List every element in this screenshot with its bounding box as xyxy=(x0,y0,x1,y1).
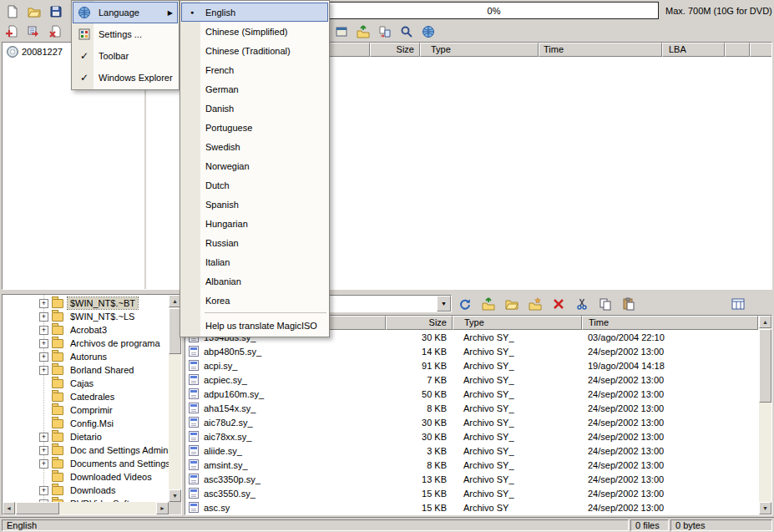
tree-horizontal-scrollbar[interactable]: ◄ ► xyxy=(3,502,169,514)
tree-item[interactable]: + Archivos de programa xyxy=(3,337,169,350)
tree-item[interactable]: Catedrales xyxy=(3,390,169,403)
file-row[interactable]: aic78xx.sy_ 30 KB Archivo SY_ 24/sep/200… xyxy=(185,429,758,443)
extract-to-icon xyxy=(357,25,370,38)
copy-button[interactable] xyxy=(596,295,615,312)
paste-button[interactable] xyxy=(620,295,638,312)
globe-button[interactable] xyxy=(418,23,438,41)
tree-item[interactable]: Comprimir xyxy=(3,403,169,417)
file-row[interactable]: acpiec.sy_ 7 KB Archivo SY_ 24/sep/2002 … xyxy=(185,372,758,387)
scroll-up-button[interactable]: ▲ xyxy=(759,316,771,328)
language-option[interactable]: Portuguese xyxy=(181,118,328,137)
language-option[interactable]: Russian xyxy=(181,233,328,252)
expand-toggle[interactable]: + xyxy=(39,433,48,442)
delete-button[interactable] xyxy=(549,295,568,312)
delete-files-button[interactable] xyxy=(45,23,65,41)
address-dropdown-button[interactable]: ▼ xyxy=(437,296,451,312)
expand-toggle[interactable]: + xyxy=(39,446,48,455)
up-folder-button[interactable] xyxy=(479,295,498,312)
menu-item-settings[interactable]: Settings ... xyxy=(73,23,178,45)
column-header-lba[interactable]: LBA xyxy=(662,43,725,57)
views-button[interactable] xyxy=(729,295,747,312)
language-option[interactable]: Danish xyxy=(181,99,328,118)
help-translate-item[interactable]: Help us translate MagicISO xyxy=(181,316,328,335)
menu-item-windows-explorer[interactable]: ✓ Windows Explorer xyxy=(73,67,178,89)
expand-toggle[interactable]: + xyxy=(39,339,48,348)
column-header-type[interactable]: Type xyxy=(453,316,582,330)
column-header-size[interactable]: Size xyxy=(386,316,453,330)
language-option[interactable]: Dutch xyxy=(181,175,328,195)
file-row[interactable]: asc3350p.sy_ 13 KB Archivo SY_ 24/sep/20… xyxy=(185,472,758,486)
scroll-right-button[interactable]: ► xyxy=(156,502,169,514)
expand-toggle[interactable]: + xyxy=(39,326,48,335)
tree-item[interactable]: + Autoruns xyxy=(3,350,169,363)
expand-toggle[interactable]: + xyxy=(39,352,48,362)
tree-item[interactable]: + Documents and Settings xyxy=(3,457,169,470)
scroll-down-button[interactable]: ▼ xyxy=(759,502,771,514)
tree-item[interactable]: + $WIN_NT$.~LS xyxy=(3,310,169,323)
file-row[interactable]: acpi.sy_ 91 KB Archivo SY_ 19/ago/2004 1… xyxy=(185,358,758,372)
tree-item[interactable]: Downloaded Videos xyxy=(3,470,169,484)
file-row[interactable]: aliide.sy_ 3 KB Archivo SY_ 24/sep/2002 … xyxy=(185,443,758,458)
language-option[interactable]: Hungarian xyxy=(181,214,328,233)
system-file-icon xyxy=(189,502,199,513)
language-option[interactable]: Chinese (Simplified) xyxy=(181,22,328,41)
scrollbar-thumb[interactable] xyxy=(759,329,771,403)
language-option[interactable]: French xyxy=(181,60,328,79)
file-row[interactable]: asc3550.sy_ 15 KB Archivo SY_ 24/sep/200… xyxy=(185,486,758,500)
search-button[interactable] xyxy=(397,23,417,41)
convert-button[interactable] xyxy=(375,23,395,41)
file-row[interactable]: abp480n5.sy_ 14 KB Archivo SY_ 24/sep/20… xyxy=(185,344,758,358)
tree-item[interactable]: + Borland Shared xyxy=(3,363,169,377)
file-row[interactable]: aha154x.sy_ 8 KB Archivo SY_ 24/sep/2002… xyxy=(185,401,758,415)
tree-item[interactable]: + Acrobat3 xyxy=(3,323,169,337)
file-row[interactable]: adpu160m.sy_ 50 KB Archivo SY_ 24/sep/20… xyxy=(185,387,758,401)
add-files-button[interactable] xyxy=(2,23,22,41)
language-option[interactable]: Swedish xyxy=(181,137,328,156)
column-header-time[interactable]: Time xyxy=(582,316,758,330)
refresh-button[interactable] xyxy=(456,295,474,312)
scroll-down-button[interactable]: ▼ xyxy=(169,489,181,502)
language-option[interactable]: Korea xyxy=(181,291,328,310)
tree-item[interactable]: + Dietario xyxy=(3,430,169,443)
properties-button[interactable] xyxy=(331,23,352,41)
scrollbar-thumb[interactable] xyxy=(16,502,59,514)
expand-toggle[interactable]: + xyxy=(39,312,48,322)
scroll-left-button[interactable]: ◄ xyxy=(3,502,15,514)
tree-item[interactable]: + Downloads xyxy=(3,484,169,497)
tree-item[interactable]: + $WIN_NT$.~BT xyxy=(3,296,169,310)
language-option[interactable]: German xyxy=(181,79,328,99)
expand-toggle[interactable]: + xyxy=(39,366,48,375)
language-option[interactable]: Norwegian xyxy=(181,156,328,175)
language-option[interactable]: Chinese (Traditional) xyxy=(181,41,328,60)
expand-toggle[interactable]: + xyxy=(39,459,48,469)
cut-button[interactable] xyxy=(573,295,591,312)
file-row[interactable]: asc.sy 15 KB Archivo SY 24/sep/2002 13:0… xyxy=(185,500,758,514)
expand-toggle[interactable]: + xyxy=(39,299,48,308)
file-row[interactable]: amsint.sy_ 8 KB Archivo SY_ 24/sep/2002 … xyxy=(185,458,758,472)
column-header-time[interactable]: Time xyxy=(539,43,662,57)
menu-item-language[interactable]: Language ▶ xyxy=(73,2,178,23)
expand-toggle[interactable]: + xyxy=(39,486,48,495)
column-header-blank[interactable] xyxy=(725,43,750,57)
language-option[interactable]: Spanish xyxy=(181,195,328,214)
file-row[interactable]: aic78u2.sy_ 30 KB Archivo SY_ 24/sep/200… xyxy=(185,415,758,429)
open-folder-button[interactable] xyxy=(503,295,521,312)
tree-item[interactable]: Cajas xyxy=(3,377,169,390)
new-folder-button[interactable] xyxy=(526,295,544,312)
open-image-button[interactable] xyxy=(24,3,44,21)
save-image-button[interactable] xyxy=(46,3,66,21)
folder-icon xyxy=(52,366,63,375)
extract-to-button[interactable] xyxy=(353,23,373,41)
column-header-size[interactable]: Size xyxy=(370,43,420,57)
tree-item[interactable]: + Doc and Settings Admini xyxy=(3,443,169,457)
menu-item-toolbar[interactable]: ✓ Toolbar xyxy=(73,45,178,67)
tree-item[interactable]: Config.Msi xyxy=(3,417,169,430)
language-option[interactable]: Albanian xyxy=(181,271,328,291)
language-option-english[interactable]: ● English xyxy=(181,3,328,22)
extract-files-button[interactable] xyxy=(23,23,43,41)
language-option[interactable]: Italian xyxy=(181,252,328,271)
column-header-type[interactable]: Type xyxy=(420,43,539,57)
filelist-vertical-scrollbar[interactable]: ▲ ▼ xyxy=(759,316,771,514)
file-size: 15 KB xyxy=(386,489,453,499)
new-image-button[interactable] xyxy=(3,3,23,21)
